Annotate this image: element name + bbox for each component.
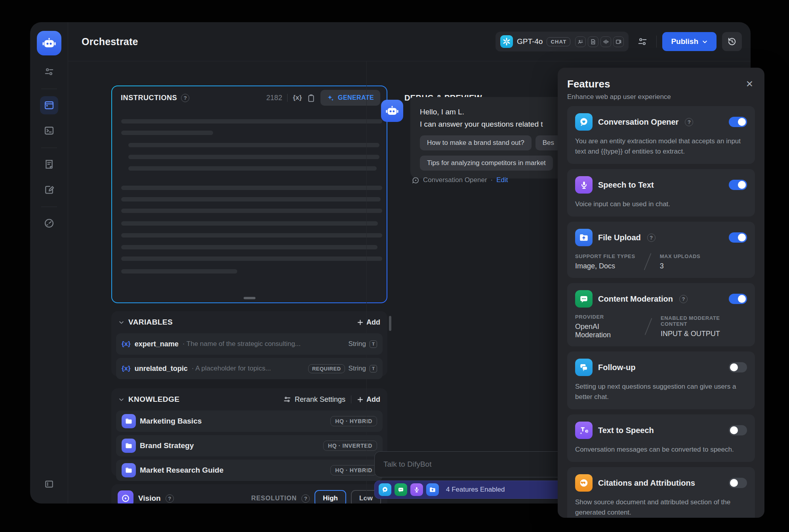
variable-row[interactable]: {x} expert_name · The name of the strate… — [116, 333, 383, 355]
add-variable-button[interactable]: Add — [357, 318, 380, 327]
help-icon[interactable]: ? — [679, 295, 688, 303]
text-field-icon: T — [370, 365, 377, 372]
variables-title: VARIABLES — [128, 318, 173, 327]
log-document-icon — [44, 159, 55, 170]
add-knowledge-button[interactable]: Add — [357, 395, 380, 404]
feature-card-follow-up: Follow-up Setting up next questions sugg… — [567, 352, 755, 409]
sidebar-item-annotations[interactable] — [40, 180, 58, 199]
feature-name: Speech to Text — [598, 180, 654, 190]
dataset-folder-icon — [122, 439, 136, 453]
resolution-label: RESOLUTION — [251, 495, 297, 502]
toolbar-divider — [656, 36, 657, 48]
generate-label: GENERATE — [338, 94, 374, 101]
model-selector[interactable]: GPT-4o CHAT — [496, 32, 629, 51]
sidebar-item-monitoring[interactable] — [40, 214, 58, 232]
feature-name: Text to Speech — [598, 426, 654, 435]
scrollbar-thumb[interactable] — [389, 316, 391, 331]
insert-variable-button[interactable]: {x} — [293, 94, 302, 102]
sidebar-item-tune[interactable] — [40, 63, 58, 81]
knowledge-title: KNOWLEDGE — [128, 395, 179, 404]
chevron-down-icon[interactable] — [118, 319, 124, 325]
app-logo-robot-icon[interactable] — [37, 31, 61, 55]
sidebar-item-orchestrate[interactable] — [40, 96, 58, 114]
feature-card-speech-to-text: Speech to Text Voice input can be used i… — [567, 169, 755, 217]
publish-label: Publish — [671, 37, 698, 46]
follow-up-toggle[interactable] — [729, 362, 747, 372]
feature-desc: Conversation messages can be converted t… — [575, 445, 747, 455]
features-title: Features — [567, 78, 671, 90]
sidebar-divider — [41, 207, 57, 207]
speech-to-text-toggle[interactable] — [729, 180, 747, 190]
file-upload-mini-icon — [426, 483, 439, 496]
rerank-settings-button[interactable]: Rerank Settings — [283, 395, 345, 404]
feature-name: Citations and Attributions — [598, 479, 695, 488]
knowledge-badge: HQ · HYBRID — [330, 416, 377, 426]
variable-token: {x} — [122, 340, 131, 348]
help-icon[interactable]: ? — [647, 234, 656, 242]
features-enabled-bar[interactable]: 4 Features Enabled — [374, 481, 588, 499]
edit-opener-link[interactable]: Edit — [496, 176, 508, 184]
feature-card-conversation-opener: Conversation Opener ? You are an entity … — [567, 106, 755, 164]
slash-divider — [644, 253, 651, 270]
close-icon[interactable]: ✕ — [744, 78, 755, 90]
features-panel: Features Enhance web app user experience… — [558, 68, 764, 518]
citations-icon — [575, 474, 593, 492]
generate-button[interactable]: GENERATE — [320, 90, 380, 106]
suggestion-chip[interactable]: Tips for analyzing competitors in market — [420, 156, 553, 171]
top-bar: Orchestrate GPT-4o CHAT — [68, 22, 751, 61]
sidebar-collapse-button[interactable] — [40, 475, 58, 493]
help-icon[interactable]: ? — [166, 494, 174, 503]
opener-note: Conversation Opener · Edit — [412, 176, 508, 184]
help-icon[interactable]: ? — [181, 94, 189, 102]
collapse-panel-icon — [44, 479, 54, 489]
knowledge-row[interactable]: Market Research Guide HQ · HYBRID — [116, 460, 383, 481]
top-bar-actions: GPT-4o CHAT Publish — [496, 32, 742, 51]
edit-note-icon — [44, 184, 55, 195]
resolution-high-button[interactable]: High — [314, 490, 346, 504]
divider — [351, 395, 351, 403]
citations-toggle[interactable] — [729, 478, 747, 488]
knowledge-row[interactable]: Marketing Basics HQ · HYBRID — [116, 410, 383, 432]
copy-clipboard-icon[interactable] — [307, 94, 315, 102]
text-field-icon: T — [370, 340, 377, 348]
detail-col: MAX UPLOADS 3 — [660, 253, 701, 270]
content-moderation-toggle[interactable] — [729, 294, 747, 304]
feature-name: Conversation Opener — [598, 118, 678, 127]
history-clock-icon — [727, 36, 737, 47]
chevron-down-icon[interactable] — [118, 397, 124, 403]
variable-name: unrelated_topic — [135, 365, 188, 373]
publish-button[interactable]: Publish — [662, 32, 717, 51]
sidebar-item-terminal[interactable] — [40, 122, 58, 140]
chevron-down-icon — [702, 39, 708, 45]
divider — [287, 94, 288, 102]
sidebar-item-logs[interactable] — [40, 155, 58, 173]
microphone-mini-icon — [410, 483, 423, 496]
moderation-mini-icon — [394, 483, 407, 496]
file-upload-toggle[interactable] — [729, 232, 747, 243]
help-icon[interactable]: ? — [685, 118, 693, 126]
openai-logo-icon — [500, 35, 513, 48]
variable-name: expert_name — [135, 340, 179, 348]
suggestion-chip[interactable]: How to make a brand stand out? — [420, 135, 532, 150]
app-config-button[interactable] — [634, 33, 651, 50]
slash-divider — [645, 318, 652, 335]
page-title: Orchestrate — [82, 36, 138, 48]
help-icon[interactable]: ? — [301, 494, 310, 503]
resize-handle[interactable] — [244, 297, 255, 299]
variable-row[interactable]: {x} unrelated_topic · A placeholder for … — [116, 358, 383, 379]
conversation-opener-mini-icon — [379, 483, 391, 496]
variable-type: String — [349, 365, 366, 372]
knowledge-badge: HQ · INVERTED — [323, 441, 377, 451]
vision-card: Vision ? RESOLUTION ? High Low — [111, 484, 387, 504]
sparkles-icon — [327, 94, 334, 102]
knowledge-row[interactable]: Brand Strategy HQ · INVERTED — [116, 435, 383, 456]
conversation-opener-toggle[interactable] — [729, 117, 747, 127]
history-button[interactable] — [722, 32, 742, 51]
text-to-speech-toggle[interactable] — [729, 425, 747, 435]
file-upload-icon — [575, 229, 593, 246]
text-to-speech-icon — [575, 422, 593, 439]
detail-col: SUPPORT FILE TYPES Image, Docs — [575, 253, 635, 270]
instructions-panel[interactable]: INSTRUCTIONS ? 2182 {x} GENERATE — [111, 86, 387, 303]
chat-input[interactable]: Talk to DifyBot — [374, 451, 588, 477]
feature-desc: You are an entity extraction model that … — [575, 136, 747, 157]
